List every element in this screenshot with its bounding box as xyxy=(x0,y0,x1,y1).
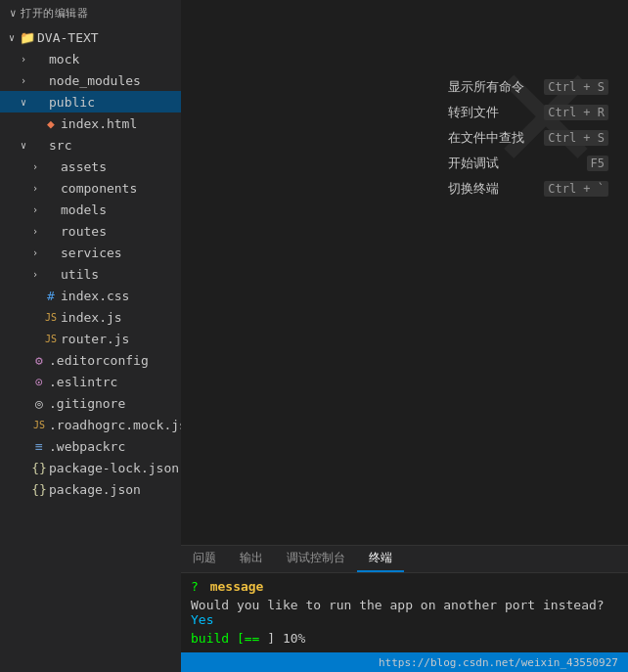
terminal-question-text: Would you like to run the app on another… xyxy=(191,598,605,612)
terminal-content: ? message Would you like to run the app … xyxy=(181,573,628,652)
tree-item-label: components xyxy=(61,181,137,196)
terminal-question-line: Would you like to run the app on another… xyxy=(191,598,618,627)
tab-output[interactable]: 输出 xyxy=(228,546,275,572)
tree-item-label: models xyxy=(61,202,107,217)
tree-item-label: .eslintrc xyxy=(49,375,117,389)
js-icon: JS xyxy=(43,312,59,323)
command-list: 显示所有命令 Ctrl + S 转到文件 Ctrl + R 在文件中查找 Ctr… xyxy=(448,78,608,198)
tree-item-label: mock xyxy=(49,52,79,67)
terminal-build-suffix: ] 10% xyxy=(267,631,305,646)
chevron-icon: › xyxy=(16,54,31,65)
json-icon: {} xyxy=(31,461,47,475)
tree-item-label: assets xyxy=(61,159,107,174)
tree-item-label: .editorconfig xyxy=(49,353,149,368)
tab-problems[interactable]: 问题 xyxy=(181,546,228,572)
bottom-panel: 问题 输出 调试控制台 终端 ? message Would you like … xyxy=(181,545,628,672)
eslint-icon: ⊙ xyxy=(31,375,47,389)
tree-item-label: index.js xyxy=(61,310,122,325)
tree-item-services[interactable]: ›services xyxy=(0,242,181,263)
command-label-2: 在文件中查找 xyxy=(448,129,524,147)
tree-item-label: .webpackrc xyxy=(49,439,125,454)
tree-item-.webpackrc[interactable]: ≡.webpackrc xyxy=(0,435,181,457)
tree-item-label: .roadhogrc.mock.js xyxy=(49,418,181,432)
tree-item-components[interactable]: ›components xyxy=(0,177,181,199)
chevron-down-icon: ∨ xyxy=(10,7,17,20)
tree-item-assets[interactable]: ›assets xyxy=(0,156,181,177)
tree-item-index.css[interactable]: #index.css xyxy=(0,285,181,306)
tree-item-label: router.js xyxy=(61,332,129,346)
css-icon: # xyxy=(43,289,59,303)
open-editors-label: 打开的编辑器 xyxy=(21,6,88,21)
command-label-3: 开始调试 xyxy=(448,155,499,172)
shortcut-3: F5 xyxy=(587,156,608,171)
shortcut-4: Ctrl + ` xyxy=(544,181,608,197)
git-icon: ◎ xyxy=(31,396,47,411)
terminal-message: message xyxy=(210,579,264,594)
chevron-icon: › xyxy=(27,247,43,258)
tree-item-.gitignore[interactable]: ◎.gitignore xyxy=(0,392,181,414)
config-icon: ⚙ xyxy=(31,353,47,368)
tree-item-package.json[interactable]: {}package.json xyxy=(0,478,181,500)
tree-item-public[interactable]: ∨public xyxy=(0,91,181,112)
open-editors-header[interactable]: ∨ 打开的编辑器 xyxy=(0,0,181,26)
tree-item-utils[interactable]: ›utils xyxy=(0,263,181,285)
tree-item-label: utils xyxy=(61,267,99,282)
tree-item-mock[interactable]: ›mock xyxy=(0,48,181,69)
tree-item-label: package-lock.json xyxy=(49,461,179,475)
chevron-icon: › xyxy=(27,161,43,172)
tree-item-index.js[interactable]: JSindex.js xyxy=(0,306,181,328)
tree-item-router.js[interactable]: JSrouter.js xyxy=(0,328,181,349)
command-label-4: 切换终端 xyxy=(448,180,499,198)
command-toggle-terminal: 切换终端 Ctrl + ` xyxy=(448,180,608,198)
tree-item-label: routes xyxy=(61,224,107,239)
tree-item-models[interactable]: ›models xyxy=(0,199,181,220)
tree-item-.roadhogrc.mock.js[interactable]: JS.roadhogrc.mock.js xyxy=(0,414,181,435)
tab-debug-console[interactable]: 调试控制台 xyxy=(275,546,357,572)
terminal-build-prefix: build [== xyxy=(191,631,259,646)
command-label-0: 显示所有命令 xyxy=(448,78,524,96)
main-area: ✕ 显示所有命令 Ctrl + S 转到文件 Ctrl + R 在文件中查找 C… xyxy=(181,0,628,672)
panel-tabs: 问题 输出 调试控制台 终端 xyxy=(181,546,628,573)
root-folder[interactable]: ∨ 📁 DVA-TEXT xyxy=(0,26,181,48)
terminal-prompt-line: ? message xyxy=(191,579,618,594)
tree-item-label: services xyxy=(61,246,122,260)
json-icon: {} xyxy=(31,482,47,497)
command-goto-file: 转到文件 Ctrl + R xyxy=(448,104,608,121)
tree-item-label: .gitignore xyxy=(49,396,125,411)
command-start-debug: 开始调试 F5 xyxy=(448,155,608,172)
chevron-icon: › xyxy=(27,269,43,280)
terminal-yes: Yes xyxy=(191,612,213,627)
status-bar: https://blog.csdn.net/weixin_43550927 xyxy=(181,652,628,672)
tree-item-routes[interactable]: ›routes xyxy=(0,220,181,242)
tree-item-label: index.html xyxy=(61,116,137,131)
tree-item-src[interactable]: ∨src xyxy=(0,134,181,156)
tree-item-index.html[interactable]: ◆index.html xyxy=(0,112,181,134)
chevron-icon: › xyxy=(27,183,43,194)
tree-item-package-lock.json[interactable]: {}package-lock.json xyxy=(0,457,181,478)
command-label-1: 转到文件 xyxy=(448,104,499,121)
editor-area: ✕ 显示所有命令 Ctrl + S 转到文件 Ctrl + R 在文件中查找 C… xyxy=(181,0,628,545)
shortcut-1: Ctrl + R xyxy=(544,105,608,120)
tab-terminal[interactable]: 终端 xyxy=(357,546,404,572)
js-icon: JS xyxy=(31,420,47,430)
tree-item-.eslintrc[interactable]: ⊙.eslintrc xyxy=(0,371,181,392)
chevron-icon: › xyxy=(27,226,43,237)
root-label: DVA-TEXT xyxy=(37,30,99,45)
tree-item-label: index.css xyxy=(61,289,129,303)
shortcut-2: Ctrl + S xyxy=(544,130,608,146)
tree-item-.editorconfig[interactable]: ⚙.editorconfig xyxy=(0,349,181,371)
chevron-icon: › xyxy=(16,75,31,86)
tree-item-label: node_modules xyxy=(49,73,141,88)
file-tree: ›mock›node_modules∨public◆index.html∨src… xyxy=(0,48,181,500)
tree-item-node_modules[interactable]: ›node_modules xyxy=(0,69,181,91)
command-find-in-files: 在文件中查找 Ctrl + S xyxy=(448,129,608,147)
html-icon: ◆ xyxy=(43,116,59,131)
command-show-all: 显示所有命令 Ctrl + S xyxy=(448,78,608,96)
chevron-icon: ∨ xyxy=(4,32,20,43)
tree-item-label: src xyxy=(49,138,71,153)
chevron-icon: › xyxy=(27,204,43,215)
js-icon: JS xyxy=(43,334,59,344)
terminal-prompt-icon: ? xyxy=(191,579,199,594)
chevron-icon: ∨ xyxy=(16,97,31,108)
status-url: https://blog.csdn.net/weixin_43550927 xyxy=(379,656,618,669)
